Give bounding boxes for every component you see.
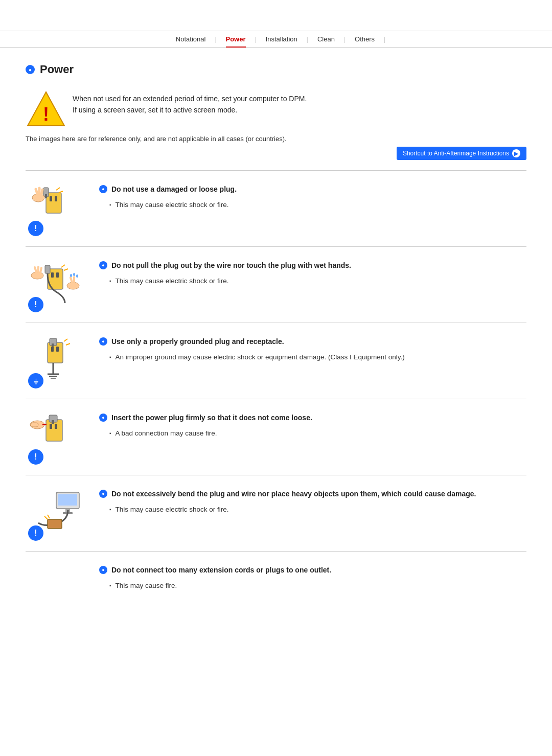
section-6-title: Do not connect too many extension cords … [111,566,331,574]
svg-point-21 [67,282,79,289]
section-5-heading-icon: ● [99,490,107,498]
ground-badge: ⏚ [28,373,43,388]
danger-badge-2: ! [28,297,43,312]
section-2-bullet-1: This may cause electric shock or fire. [99,276,526,287]
page-title-block: ● Power [26,63,526,76]
section-4-icon: ! [26,414,87,465]
section-5: ! ● Do not excessively bend the plug and… [26,475,526,551]
section-3-heading-icon: ● [99,337,107,346]
section-1: ! ● Do not use a damaged or loose plug. … [26,170,526,246]
warning-text: When not used for an extended period of … [73,89,307,116]
page-title: Power [40,63,74,76]
nav-sep-5: | [384,36,385,43]
section-4-content: ● Insert the power plug firmly so that i… [99,414,526,439]
section-4: ! ● Insert the power plug firmly so that… [26,399,526,475]
section-6-heading-icon: ● [99,566,107,574]
section-3-bullet-1: An improper ground may cause electric sh… [99,352,526,363]
section-3-heading: ● Use only a properly grounded plug and … [99,337,526,346]
svg-line-8 [36,189,37,194]
svg-rect-33 [52,343,54,347]
nav-power[interactable]: Power [217,35,255,43]
svg-line-22 [71,278,72,282]
svg-line-20 [40,268,41,272]
section-4-heading: ● Insert the power plug firmly so that i… [99,414,526,422]
section-1-bullet-1: This may cause electric shock or fire. [99,199,526,211]
svg-line-11 [56,188,60,190]
svg-line-10 [41,190,42,195]
warning-line1: When not used for an extended period of … [73,93,307,104]
section-1-title: Do not use a damaged or loose plug. [111,185,237,193]
section-2: ! ● Do not pull the plug out by the wire… [26,246,526,323]
svg-point-26 [76,274,78,278]
danger-badge-1: ! [28,221,43,236]
section-2-content: ● Do not pull the plug out by the wire n… [99,261,526,287]
danger-badge-5: ! [28,525,43,541]
nav-installation[interactable]: Installation [257,35,307,43]
section-3-content: ● Use only a properly grounded plug and … [99,337,526,363]
page-title-icon: ● [26,65,35,74]
svg-line-53 [44,516,48,519]
nav-others[interactable]: Others [346,35,384,43]
svg-line-12 [59,191,63,193]
svg-rect-14 [51,272,54,278]
svg-point-25 [73,273,75,276]
section-1-icon: ! [26,185,87,236]
svg-line-38 [64,339,67,341]
section-3-title: Use only a properly grounded plug and re… [111,337,284,346]
svg-rect-30 [51,347,54,352]
danger-badge-4: ! [28,449,43,465]
svg-rect-41 [50,424,52,429]
section-6: ● Do not connect too many extension cord… [26,551,526,602]
svg-line-18 [35,267,36,272]
svg-rect-31 [56,347,59,352]
section-1-heading-icon: ● [99,185,107,193]
section-1-content: ● Do not use a damaged or loose plug. Th… [99,185,526,211]
section-2-icon: ! [26,261,87,312]
warning-line2: If using a screen saver, set it to activ… [73,104,307,116]
section-1-heading: ● Do not use a damaged or loose plug. [99,185,526,193]
svg-text:!: ! [43,104,49,125]
warning-triangle-icon: ! [26,89,62,126]
svg-rect-52 [48,519,62,529]
warning-block: ! When not used for an extended period o… [26,89,526,126]
shortcut-label: Shortcut to Anti-Afterimage Instructions [403,150,509,157]
svg-rect-49 [58,494,77,506]
svg-rect-16 [45,265,50,273]
section-5-icon: ! [26,490,87,541]
svg-rect-4 [55,196,57,201]
section-2-title: Do not pull the plug out by the wire nor… [111,261,351,269]
nav-notational[interactable]: Notational [167,35,215,43]
svg-rect-44 [52,420,54,424]
section-6-heading: ● Do not connect too many extension cord… [99,566,526,574]
svg-rect-15 [56,272,59,278]
section-6-content: ● Do not connect too many extension cord… [99,566,526,591]
reference-row: The images here are for reference only, … [26,135,526,170]
svg-rect-46 [31,423,38,427]
section-5-bullet-1: This may cause electric shock or fire. [99,504,526,515]
section-5-heading: ● Do not excessively bend the plug and w… [99,490,526,498]
section-5-content: ● Do not excessively bend the plug and w… [99,490,526,515]
svg-point-17 [31,272,43,279]
svg-line-54 [48,515,50,518]
section-3: ⏚ ● Use only a properly grounded plug an… [26,323,526,399]
section-4-bullet-1: A bad connection may cause fire. [99,428,526,439]
shortcut-button[interactable]: Shortcut to Anti-Afterimage Instructions… [397,147,526,160]
navigation-bar: Notational | Power | Installation | Clea… [0,31,552,48]
svg-rect-6 [45,194,47,198]
section-3-icon: ⏚ [26,337,87,388]
svg-line-28 [64,269,68,270]
svg-point-24 [70,274,72,277]
svg-rect-3 [50,196,52,201]
nav-clean[interactable]: Clean [308,35,344,43]
svg-line-39 [66,343,70,345]
svg-line-27 [61,265,65,267]
section-6-bullet-1: This may cause fire. [99,580,526,591]
section-2-heading-icon: ● [99,261,107,269]
main-content: ● Power ! When not used for an extended … [0,48,552,622]
reference-text: The images here are for reference only, … [26,135,526,143]
shortcut-arrow-icon: ▶ [512,149,520,157]
section-2-heading: ● Do not pull the plug out by the wire n… [99,261,526,269]
section-4-title: Insert the power plug firmly so that it … [111,414,312,422]
svg-rect-42 [55,424,57,429]
section-5-title: Do not excessively bend the plug and wir… [111,490,476,498]
